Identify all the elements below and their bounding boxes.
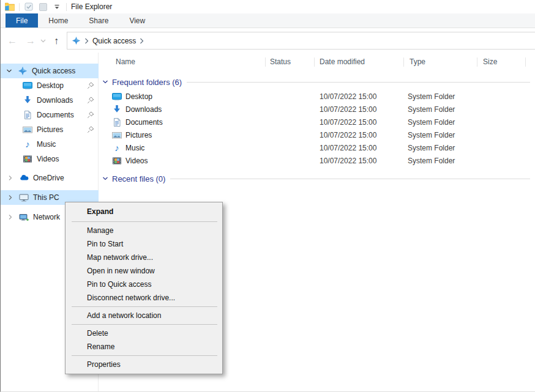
back-icon: ← (7, 35, 17, 46)
breadcrumb-chevron-icon[interactable] (140, 38, 144, 44)
breadcrumb[interactable]: Quick access (67, 32, 535, 50)
up-icon: ↑ (54, 35, 59, 46)
file-row-documents[interactable]: Documents 10/07/2022 15:00 System Folder (99, 116, 535, 129)
chevron-right-icon[interactable] (7, 214, 14, 220)
sidebar-item-downloads[interactable]: Downloads (1, 93, 99, 108)
file-name[interactable]: Desktop (125, 91, 152, 103)
breadcrumb-location[interactable]: Quick access (92, 37, 136, 45)
address-bar: ← → ↑ Quick access (1, 29, 535, 53)
chevron-right-icon[interactable] (7, 175, 14, 181)
menu-item-rename[interactable]: Rename (65, 340, 222, 353)
file-type: System Folder (408, 91, 455, 103)
column-divider[interactable] (525, 57, 526, 67)
chevron-down-icon[interactable] (102, 79, 108, 85)
sidebar-item-label: Downloads (37, 96, 73, 105)
up-button[interactable]: ↑ (48, 29, 64, 53)
chevron-down-icon[interactable] (102, 176, 108, 182)
column-divider[interactable] (265, 57, 266, 67)
menu-item-pin-to-start[interactable]: Pin to Start (65, 237, 222, 251)
file-type: System Folder (408, 142, 455, 155)
sidebar-item-documents[interactable]: Documents (1, 108, 99, 122)
back-button[interactable]: ← (4, 29, 20, 53)
column-header-date-modified[interactable]: Date modified (320, 54, 365, 70)
menu-item-expand[interactable]: Expand (65, 204, 222, 220)
file-date-modified: 10/07/2022 15:00 (320, 142, 376, 155)
menu-separator (72, 355, 217, 356)
column-header-type[interactable]: Type (410, 54, 425, 70)
chevron-right-icon[interactable] (7, 194, 14, 201)
file-date-modified: 10/07/2022 15:00 (320, 103, 376, 116)
sidebar-item-label: OneDrive (33, 174, 64, 182)
pictures-icon (112, 130, 122, 140)
file-date-modified: 10/07/2022 15:00 (320, 116, 376, 129)
titlebar: File Explorer (1, 0, 535, 13)
file-type: System Folder (408, 103, 455, 116)
column-divider[interactable] (314, 57, 315, 67)
sidebar-item-desktop[interactable]: Desktop (1, 78, 99, 93)
group-header-recent-files[interactable]: Recent files (0) (102, 172, 530, 185)
onedrive-cloud-icon (19, 173, 29, 183)
explorer-folder-icon (5, 2, 15, 12)
sidebar-item-pictures[interactable]: Pictures (1, 122, 99, 137)
group-header-frequent-folders[interactable]: Frequent folders (6) (102, 75, 530, 89)
file-name[interactable]: Pictures (125, 129, 152, 142)
file-row-videos[interactable]: Videos 10/07/2022 15:00 System Folder (99, 155, 535, 168)
column-header-size[interactable]: Size (483, 54, 497, 70)
column-header-status[interactable]: Status (270, 54, 291, 70)
column-headers: Name Status Date modified Type Size (99, 54, 535, 70)
group-rule (187, 82, 530, 83)
tab-view[interactable]: View (119, 13, 155, 28)
sidebar-item-onedrive[interactable]: OneDrive (1, 171, 99, 185)
menu-item-manage[interactable]: Manage (65, 224, 222, 237)
forward-icon: → (26, 35, 36, 46)
column-header-name[interactable]: Name (116, 54, 135, 70)
desktop-icon (112, 92, 122, 102)
file-date-modified: 10/07/2022 15:00 (320, 155, 376, 168)
tab-file[interactable]: File (6, 13, 38, 28)
sidebar-item-music[interactable]: ♪ Music (1, 137, 99, 152)
menu-item-delete[interactable]: Delete (65, 327, 222, 340)
file-row-downloads[interactable]: Downloads 10/07/2022 15:00 System Folder (99, 103, 535, 116)
file-type: System Folder (408, 116, 455, 129)
menu-item-disconnect-network-drive[interactable]: Disconnect network drive... (65, 291, 222, 305)
file-name[interactable]: Downloads (125, 103, 162, 116)
qat-new-folder-icon[interactable] (38, 2, 48, 12)
column-divider[interactable] (477, 57, 477, 67)
menu-item-properties[interactable]: Properties (65, 358, 222, 371)
desktop-icon (23, 81, 32, 91)
pictures-icon (23, 125, 32, 135)
menu-item-open-in-new-window[interactable]: Open in new window (65, 264, 222, 278)
sidebar-item-videos[interactable]: Videos (1, 152, 99, 166)
menu-item-add-network-location[interactable]: Add a network location (65, 309, 222, 322)
quick-access-star-icon (72, 36, 81, 45)
file-name[interactable]: Documents (125, 116, 163, 129)
recent-locations-button[interactable] (39, 29, 47, 53)
tab-home[interactable]: Home (38, 13, 78, 28)
chevron-down-icon[interactable] (6, 68, 13, 74)
forward-button[interactable]: → (23, 29, 39, 53)
videos-icon (112, 156, 122, 166)
menu-item-pin-to-quick-access[interactable]: Pin to Quick access (65, 278, 222, 291)
sidebar-item-label: Desktop (37, 81, 64, 90)
sidebar-item-quick-access[interactable]: Quick access (1, 64, 99, 78)
menu-item-map-network-drive[interactable]: Map network drive... (65, 251, 222, 264)
pin-icon (87, 82, 94, 89)
documents-icon (23, 110, 32, 120)
breadcrumb-chevron-icon[interactable] (84, 38, 89, 44)
file-name[interactable]: Videos (125, 155, 148, 168)
file-name[interactable]: Music (125, 142, 144, 155)
file-row-pictures[interactable]: Pictures 10/07/2022 15:00 System Folder (99, 129, 535, 142)
sidebar-item-label: Music (37, 140, 56, 149)
qat-customize-dropdown-icon[interactable] (52, 2, 62, 12)
qat-properties-icon[interactable] (24, 2, 34, 12)
file-row-music[interactable]: ♪ Music 10/07/2022 15:00 System Folder (99, 142, 535, 155)
sidebar-item-label: Pictures (37, 125, 63, 134)
tab-share[interactable]: Share (78, 13, 119, 28)
column-divider[interactable] (403, 57, 404, 67)
pin-icon (87, 97, 94, 104)
menu-separator (72, 306, 217, 307)
downloads-icon (23, 95, 32, 105)
chevron-down-icon (40, 39, 46, 43)
sidebar-item-label: Videos (37, 155, 59, 163)
file-row-desktop[interactable]: Desktop 10/07/2022 15:00 System Folder (99, 91, 535, 103)
